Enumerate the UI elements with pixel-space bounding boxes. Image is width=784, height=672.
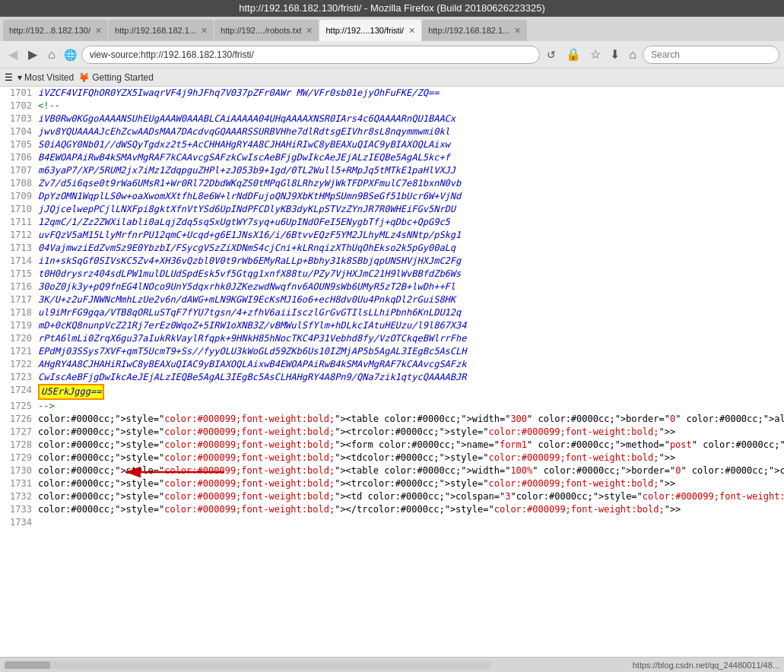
line-content-1701: iVZCF4VIFQhOR0YZX5IwaqrVF4j9hJFhq7V037pZ… — [38, 87, 784, 100]
line-content-1724: U5ErkJggg== — [38, 384, 784, 400]
line-content-1709: DpYzOMN1WqplLS0w+oaXwomXXtfhL8e6W+lrNdDF… — [38, 190, 784, 203]
home-nav-icon[interactable]: ⌂ — [626, 46, 640, 63]
source-view[interactable]: 1701iVZCF4VIFQhOR0YZX5IwaqrVF4j9hJFhq7V0… — [0, 87, 784, 657]
source-line-1703: 1703iVB0Rw0KGgoAAAANSUhEUgAAAW0AAABLCAiA… — [0, 113, 784, 125]
source-line-1704: 1704jwv8YQUAAAAJcEhZcwAADsMAA7DAcdvqGQAA… — [0, 125, 784, 138]
tab-3-close[interactable]: ✕ — [306, 26, 313, 36]
navbar: ◀ ▶ ⌂ 🌐 ↺ 🔒 ☆ ⬇ ⌂ — [0, 41, 784, 68]
source-line-1717: 17173K/U+z2uFJNWNcMmhLzUe2v6n/dAWG+mLN9K… — [0, 293, 784, 306]
tab-5[interactable]: http://192.168.182.1... ✕ — [422, 20, 527, 41]
firefox-icon: 🦊 — [78, 72, 90, 83]
tab-5-label: http://192.168.182.1... — [428, 26, 509, 35]
tab-2-close[interactable]: ✕ — [201, 26, 208, 36]
line-number-1724: 1724 — [0, 384, 38, 400]
horizontal-scrollbar[interactable] — [5, 661, 491, 669]
source-line-1718: 1718ul9iMrFG9gqa/VTB8qORLuSTqF7fYU7tgsn/… — [0, 306, 784, 319]
source-line-1719: 1719mD+0cKQ8nunpVcZ21Rj7erEz0WqoZ+5IRW1o… — [0, 319, 784, 332]
line-content-1713: 04VajmwziEdZvmSz9E0YbzbI/FSycgVSzZiXDNmS… — [38, 242, 784, 255]
tab-3-label: http://192..../robots.txt — [221, 26, 301, 35]
tab-2[interactable]: http://192.168.182.1... ✕ — [109, 20, 214, 41]
line-number-1717: 1717 — [0, 293, 38, 306]
line-number-1711: 1711 — [0, 216, 38, 229]
source-line-1732: 1732color:#0000cc;">style="color:#000099… — [0, 490, 784, 503]
source-line-1725: 1725--> — [0, 400, 784, 413]
tab-5-close[interactable]: ✕ — [514, 26, 521, 36]
titlebar-text: http://192.168.182.130/fristi/ - Mozilla… — [239, 2, 545, 14]
source-line-1716: 171630oZ0jk3y+pQ9fnEG4lNOco9UnY5dqxrhk0J… — [0, 281, 784, 293]
line-number-1716: 1716 — [0, 281, 38, 293]
line-number-1703: 1703 — [0, 113, 38, 125]
tab-1-close[interactable]: ✕ — [95, 26, 102, 36]
line-content-1723: CwIscAeBFjgDwIkcAeJEjALzIEQBe5AgAL3IEgBc… — [38, 371, 784, 384]
line-number-1722: 1722 — [0, 358, 38, 371]
source-line-1730: 1730color:#0000cc;">style="color:#000099… — [0, 464, 784, 477]
line-content-1706: B4EWOAPAiRwB4kSMAvMgRAF7kCAAvcgSAFzkCwIs… — [38, 151, 784, 164]
line-number-1712: 1712 — [0, 229, 38, 242]
line-content-1728: color:#0000cc;">style="color:#000099;fon… — [38, 439, 784, 452]
tab-3[interactable]: http://192..../robots.txt ✕ — [214, 20, 319, 41]
source-line-1709: 1709DpYzOMN1WqplLS0w+oaXwomXXtfhL8e6W+lr… — [0, 190, 784, 203]
line-number-1714: 1714 — [0, 255, 38, 268]
line-number-1701: 1701 — [0, 87, 38, 100]
line-content-1720: rPtA6lmLi0ZrqX6gu37aIukRkVaylRfqpk+9HNkH… — [38, 332, 784, 345]
bookmarks-icon: ☰ — [5, 72, 13, 83]
search-input[interactable] — [643, 46, 779, 64]
source-line-1706: 1706B4EWOAPAiRwB4kSMAvMgRAF7kCAAvcgSAFzk… — [0, 151, 784, 164]
url-bar[interactable] — [81, 46, 541, 64]
titlebar: http://192.168.182.130/fristi/ - Mozilla… — [0, 0, 784, 17]
line-number-1720: 1720 — [0, 332, 38, 345]
tab-4-label: http://192....130/fristi/ — [325, 26, 404, 35]
source-line-1729: 1729color:#0000cc;">style="color:#000099… — [0, 452, 784, 464]
source-line-1712: 1712uvFQzV5aM15LlyMrfnrPU12qmC+Ucqd+g6E1… — [0, 229, 784, 242]
line-number-1721: 1721 — [0, 345, 38, 358]
line-content-1719: mD+0cKQ8nunpVcZ21Rj7erEz0WqoZ+5IRW1oXNB3… — [38, 319, 784, 332]
line-content-1710: jJQjcelwepPCjlLNXFpi8gktXfnVtYSd6UpINdPF… — [38, 203, 784, 216]
line-content-1707: m63yaP7/XP/5RUM2jx7iMz1ZdqpguZHPl+zJ053b… — [38, 164, 784, 177]
bookmark-star-icon[interactable]: ☆ — [587, 46, 604, 63]
line-number-1732: 1732 — [0, 490, 38, 503]
home-button[interactable]: ⌂ — [44, 46, 59, 63]
source-line-1734: 1734 — [0, 516, 784, 529]
line-content-1712: uvFQzV5aM15LlyMrfnrPU12qmC+Ucqd+g6E1JNsX… — [38, 229, 784, 242]
line-number-1706: 1706 — [0, 151, 38, 164]
source-line-1728: 1728color:#0000cc;">style="color:#000099… — [0, 439, 784, 452]
source-line-1714: 1714i1n+skSqGf0SIVsKC5Zv4+XH36vQzbl0V0t9… — [0, 255, 784, 268]
line-number-1728: 1728 — [0, 439, 38, 452]
back-button[interactable]: ◀ — [5, 46, 21, 63]
tab-4[interactable]: http://192....130/fristi/ ✕ — [319, 20, 421, 41]
line-content-1704: jwv8YQUAAAAJcEhZcwAADsMAA7DAcdvqGQAAARSS… — [38, 125, 784, 138]
source-line-1724: 1724U5ErkJggg== — [0, 384, 784, 400]
forward-button[interactable]: ▶ — [24, 46, 41, 63]
line-content-1726: color:#0000cc;">style="color:#000099;fon… — [38, 413, 784, 426]
tab-4-close[interactable]: ✕ — [408, 26, 415, 36]
line-number-1734: 1734 — [0, 516, 38, 529]
line-number-1710: 1710 — [0, 203, 38, 216]
line-number-1718: 1718 — [0, 306, 38, 319]
line-content-1708: Zv7/d5i6qse0t9rWa6UMsR1+Wr0Rl72DbdWKqZS0… — [38, 177, 784, 190]
line-number-1731: 1731 — [0, 477, 38, 490]
line-number-1726: 1726 — [0, 413, 38, 426]
bookmark-most-visited[interactable]: ▾ Most Visited — [17, 72, 74, 83]
line-content-1717: 3K/U+z2uFJNWNcMmhLzUe2v6n/dAWG+mLN9KGWI9… — [38, 293, 784, 306]
bookmark-getting-started[interactable]: 🦊 Getting Started — [78, 72, 154, 83]
most-visited-label: Most Visited — [24, 72, 74, 83]
source-line-1727: 1727color:#0000cc;">style="color:#000099… — [0, 426, 784, 439]
line-content-1734 — [38, 516, 784, 529]
statusbar: https://blog.csdn.net/qq_24480011/48... — [0, 657, 784, 672]
line-number-1707: 1707 — [0, 164, 38, 177]
tab-1[interactable]: http://192...8.182.130/ ✕ — [3, 20, 108, 41]
line-content-1733: color:#0000cc;">style="color:#000099;fon… — [38, 503, 784, 516]
source-line-1708: 1708Zv7/d5i6qse0t9rWa6UMsR1+Wr0Rl72DbdWK… — [0, 177, 784, 190]
line-content-1727: color:#0000cc;">style="color:#000099;fon… — [38, 426, 784, 439]
line-number-1708: 1708 — [0, 177, 38, 190]
reload-button[interactable]: ↺ — [543, 47, 560, 62]
lock-icon: 🔒 — [563, 46, 584, 63]
line-content-1702: <!-- — [38, 100, 784, 113]
source-line-1701: 1701iVZCF4VIFQhOR0YZX5IwaqrVF4j9hJFhq7V0… — [0, 87, 784, 100]
line-content-1731: color:#0000cc;">style="color:#000099;fon… — [38, 477, 784, 490]
source-line-1713: 171304VajmwziEdZvmSz9E0YbzbI/FSycgVSzZiX… — [0, 242, 784, 255]
line-number-1704: 1704 — [0, 125, 38, 138]
line-content-1716: 30oZ0jk3y+pQ9fnEG4lNOco9UnY5dqxrhk0JZKez… — [38, 281, 784, 293]
line-content-1730: color:#0000cc;">style="color:#000099;fon… — [38, 464, 784, 477]
download-icon[interactable]: ⬇ — [607, 46, 623, 63]
